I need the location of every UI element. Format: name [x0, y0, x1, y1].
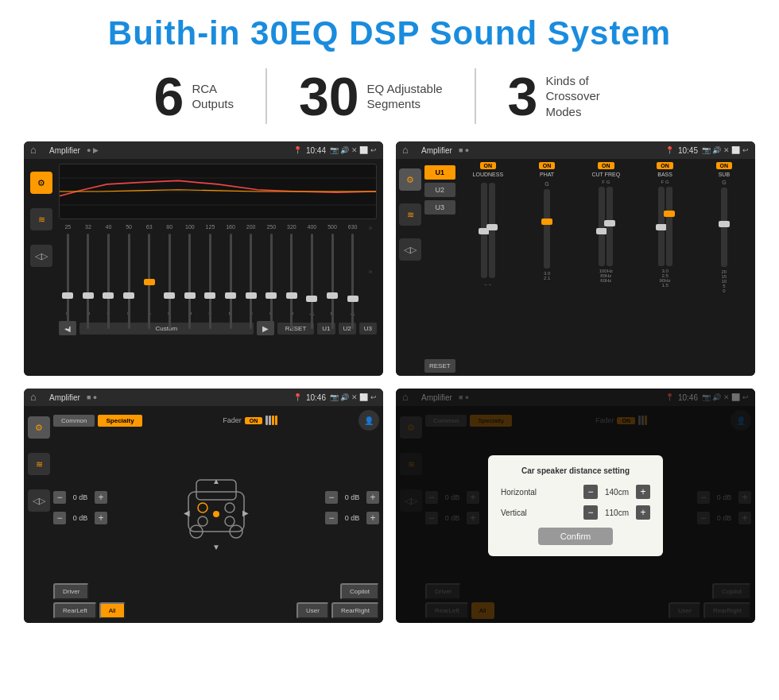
home-icon[interactable]: ⌂ [30, 144, 43, 157]
bass-slider-f[interactable] [658, 187, 665, 266]
fader-home-icon[interactable]: ⌂ [30, 391, 43, 404]
db4-plus[interactable]: + [366, 512, 379, 524]
page-wrapper: Buith-in 30EQ DSP Sound System 6 RCAOutp… [0, 0, 779, 637]
fader-icon-1[interactable]: ⚙ [28, 416, 50, 439]
svg-point-11 [213, 511, 219, 517]
eq-status-right: 📍 10:44 📷 🔊 ✕ ⬜ ↩ [293, 146, 377, 155]
fader-bottom-buttons-2: RearLeft All User RearRight [53, 602, 379, 619]
dialog-confirm-button[interactable]: Confirm [538, 528, 614, 545]
fader-btn-copilot[interactable]: Copilot [340, 583, 379, 600]
car-svg: ▲ ◀ ▶ ▼ [172, 464, 260, 551]
fader-on-button[interactable]: ON [245, 417, 263, 424]
fader-tab-specialty[interactable]: Specialty [98, 415, 141, 427]
phat-slider[interactable] [544, 189, 550, 269]
fader-tabs: Common Specialty [53, 415, 142, 427]
cross-dots: ■ ● [459, 146, 469, 154]
fader-bars [265, 416, 277, 425]
cutfreq-slider-f[interactable] [599, 187, 605, 266]
fader-btn-user[interactable]: User [296, 602, 329, 619]
fader-dots: ■ ● [87, 393, 97, 401]
eq-dots: ● ▶ [87, 146, 99, 154]
cutfreq-label: CUT FREQ [592, 172, 621, 177]
db3-plus[interactable]: + [366, 491, 379, 504]
bass-slider-g[interactable] [666, 187, 672, 266]
db3-minus[interactable]: − [325, 491, 338, 504]
bass-on[interactable]: ON [657, 162, 673, 169]
eq-status-left: ⌂ Amplifier ● ▶ [30, 144, 99, 157]
svg-text:▲: ▲ [212, 477, 220, 485]
eq-u3-button[interactable]: U3 [359, 323, 377, 335]
cross-icon-3[interactable]: ◁▷ [399, 238, 421, 261]
db1-plus[interactable]: + [95, 491, 107, 504]
svg-text:◀: ◀ [184, 509, 190, 517]
db-control-4: − 0 dB + [325, 512, 379, 524]
sub-slider[interactable] [721, 188, 727, 267]
sub-on[interactable]: ON [716, 162, 733, 169]
fader-btn-rearleft[interactable]: RearLeft [53, 602, 97, 619]
eq-reset-button[interactable]: RESET [277, 323, 315, 335]
eq-status-bar: ⌂ Amplifier ● ▶ 📍 10:44 📷 🔊 ✕ ⬜ ↩ [24, 141, 383, 159]
fader-btn-rearright[interactable]: RearRight [331, 602, 379, 619]
cross-tab-u2[interactable]: U2 [424, 183, 455, 197]
cross-icon-2[interactable]: ≋ [399, 203, 421, 226]
phat-on[interactable]: ON [539, 162, 556, 169]
fader-icon-3[interactable]: ◁▷ [28, 489, 50, 512]
eq-icon-1[interactable]: ⚙ [30, 172, 52, 194]
fader-btn-driver[interactable]: Driver [53, 583, 89, 600]
loudness-slider-r[interactable] [489, 183, 495, 278]
dialog-vertical-row: Vertical − 110cm + [501, 505, 650, 520]
dialog-horizontal-minus[interactable]: − [583, 485, 598, 499]
channel-cutfreq: ON CUT FREQ F G [578, 162, 634, 373]
eq-preset-custom[interactable]: Custom [79, 323, 254, 335]
cross-icons: 📷 🔊 ✕ ⬜ ↩ [702, 146, 749, 154]
eq-icon-2[interactable]: ≋ [30, 208, 52, 230]
cross-icon-1[interactable]: ⚙ [399, 168, 421, 191]
eq-icon-3[interactable]: ◁▷ [30, 245, 52, 267]
fader-status-left: ⌂ Amplifier ■ ● [30, 391, 97, 404]
dialog-horizontal-value: 140cm [601, 488, 633, 497]
cross-tab-u3[interactable]: U3 [424, 200, 455, 215]
cross-home-icon[interactable]: ⌂ [402, 144, 415, 157]
bass-fg-labels: F G [661, 180, 669, 184]
dialog-horizontal-ctrl: − 140cm + [583, 485, 650, 499]
svg-point-10 [225, 516, 234, 526]
db-control-1: − 0 dB + [53, 491, 107, 504]
dialog-vertical-minus[interactable]: − [583, 505, 598, 520]
cutfreq-on[interactable]: ON [598, 162, 614, 169]
svg-text:▶: ▶ [242, 509, 249, 517]
cross-channels: ON LOUDNESS ~ ~ [460, 162, 752, 373]
db1-minus[interactable]: − [53, 491, 66, 504]
bass-sliders [658, 187, 672, 266]
cross-tab-u1[interactable]: U1 [424, 165, 455, 180]
cross-left-icons: ⚙ ≋ ◁▷ [399, 162, 424, 373]
fader-icons: 📷 🔊 ✕ ⬜ ↩ [330, 393, 377, 401]
fader-tab-common[interactable]: Common [53, 415, 95, 427]
dialog-vertical-plus[interactable]: + [636, 505, 650, 520]
cutfreq-slider-g[interactable] [607, 187, 613, 266]
cross-main-screen: ⚙ ≋ ◁▷ U1 U2 U3 RESET ON LOUDNESS [396, 159, 755, 376]
bar-4 [275, 416, 277, 425]
db-control-3: − 0 dB + [325, 491, 379, 504]
fader-icon-2[interactable]: ≋ [28, 453, 50, 475]
db2-plus[interactable]: + [95, 512, 107, 524]
db4-value: 0 dB [341, 514, 363, 522]
phat-label: PHAT [540, 172, 554, 177]
car-diagram: ▲ ◀ ▶ ▼ [112, 435, 320, 580]
db4-minus[interactable]: − [325, 512, 338, 524]
loudness-labels: ~ ~ [484, 282, 491, 287]
dialog-horizontal-plus[interactable]: + [636, 485, 650, 499]
cross-reset-btn[interactable]: RESET [424, 359, 455, 373]
loudness-slider-l[interactable] [481, 183, 487, 278]
db2-minus[interactable]: − [53, 512, 66, 524]
crossover-screenshot: ⌂ Amplifier ■ ● 📍 10:45 📷 🔊 ✕ ⬜ ↩ ⚙ ≋ ◁▷ [396, 141, 755, 376]
eq-title: Amplifier [49, 146, 80, 155]
eq-location-icon: 📍 [293, 146, 302, 154]
cutfreq-fg-labels: F G [602, 180, 610, 184]
loudness-on[interactable]: ON [480, 162, 497, 169]
fader-btn-all[interactable]: All [99, 602, 126, 619]
fader-person-icon[interactable]: 👤 [358, 410, 379, 431]
channel-loudness: ON LOUDNESS ~ ~ [460, 162, 516, 373]
fader-top-row: Common Specialty Fader ON [53, 410, 379, 431]
stat-crossover: 3 Kinds ofCrossover Modes [476, 69, 657, 123]
dialog-vertical-value: 110cm [601, 509, 633, 517]
